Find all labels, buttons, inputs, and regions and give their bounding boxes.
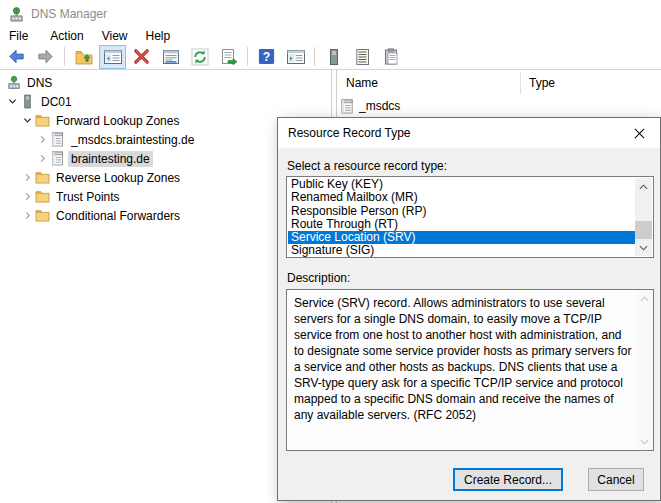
toolbar-separator bbox=[314, 47, 315, 66]
description-text: Service (SRV) record. Allows administrat… bbox=[287, 290, 636, 450]
record-list-icon[interactable] bbox=[349, 45, 376, 69]
description-scrollbar[interactable] bbox=[636, 290, 653, 450]
back-icon[interactable] bbox=[3, 45, 30, 69]
scroll-down-icon[interactable] bbox=[635, 239, 652, 256]
list-row-name: _msdcs bbox=[359, 99, 400, 113]
tree-item-label: Reverse Lookup Zones bbox=[53, 170, 183, 186]
chevron-right-icon[interactable] bbox=[34, 154, 50, 163]
dialog-title: Resource Record Type bbox=[288, 126, 411, 140]
resource-record-type-dialog: Resource Record Type Select a resource r… bbox=[277, 117, 661, 501]
menu-help[interactable]: Help bbox=[137, 28, 180, 44]
zone-icon bbox=[50, 132, 65, 147]
record-type-listbox[interactable]: Public Key (KEY) Renamed Mailbox (MR) Re… bbox=[286, 176, 654, 258]
export-list-icon[interactable] bbox=[215, 45, 242, 69]
description-label: Description: bbox=[287, 271, 350, 285]
window-titlebar: DNS Manager bbox=[0, 0, 661, 28]
server-icon[interactable] bbox=[320, 45, 347, 69]
svg-text:?: ? bbox=[263, 50, 271, 64]
clipboard-icon[interactable] bbox=[378, 45, 405, 69]
menu-file[interactable]: File bbox=[8, 28, 37, 44]
dialog-titlebar: Resource Record Type bbox=[278, 118, 660, 148]
menu-bar: File Action View Help bbox=[0, 28, 661, 44]
record-type-option[interactable]: Route Through (RT) bbox=[288, 218, 635, 231]
description-box: Service (SRV) record. Allows administrat… bbox=[286, 289, 654, 451]
console-tree-toggle-icon[interactable] bbox=[99, 45, 126, 69]
tree-item-dc01[interactable]: DC01 bbox=[0, 92, 331, 111]
tree-item-label: Trust Points bbox=[53, 189, 123, 205]
chevron-right-icon[interactable] bbox=[34, 135, 50, 144]
scroll-down-icon bbox=[636, 433, 653, 450]
create-record-button[interactable]: Create Record... bbox=[453, 468, 563, 491]
properties-icon[interactable] bbox=[157, 45, 184, 69]
dns-root-icon bbox=[6, 75, 21, 90]
window-title: DNS Manager bbox=[31, 7, 107, 21]
tree-item-label: DNS bbox=[24, 75, 55, 91]
chevron-right-icon[interactable] bbox=[19, 211, 35, 220]
tree-item-label: DC01 bbox=[38, 94, 75, 110]
tree-item-label: _msdcs.braintesting.de bbox=[68, 132, 197, 148]
server-icon bbox=[20, 94, 35, 109]
record-type-option[interactable]: Responsible Person (RP) bbox=[288, 205, 635, 218]
folder-icon bbox=[35, 171, 50, 184]
tree-item-dns-root[interactable]: DNS bbox=[0, 73, 331, 92]
toolbar: ? bbox=[0, 44, 661, 70]
zone-folder-icon bbox=[339, 99, 354, 114]
chevron-right-icon[interactable] bbox=[19, 192, 35, 201]
tree-item-label: Forward Lookup Zones bbox=[53, 113, 182, 129]
toolbar-separator bbox=[247, 47, 248, 66]
record-type-option[interactable]: Renamed Mailbox (MR) bbox=[288, 191, 635, 204]
scroll-up-icon[interactable] bbox=[635, 178, 652, 195]
record-type-option-selected[interactable]: Service Location (SRV) bbox=[288, 231, 652, 244]
column-header-name[interactable]: Name bbox=[337, 76, 520, 90]
select-record-type-label: Select a resource record type: bbox=[287, 159, 447, 173]
refresh-icon[interactable] bbox=[186, 45, 213, 69]
record-type-option[interactable]: Signature (SIG) bbox=[288, 244, 635, 257]
list-row-msdcs[interactable]: _msdcs bbox=[337, 96, 661, 116]
folder-icon bbox=[35, 114, 50, 127]
menu-action[interactable]: Action bbox=[41, 28, 92, 44]
menu-view[interactable]: View bbox=[93, 28, 137, 44]
tree-item-label: Conditional Forwarders bbox=[53, 208, 183, 224]
chevron-down-icon[interactable] bbox=[19, 116, 35, 125]
scrollbar-thumb[interactable] bbox=[635, 221, 652, 239]
toolbar-separator bbox=[64, 47, 65, 66]
chevron-down-icon[interactable] bbox=[4, 97, 20, 106]
tree-item-label-selected: braintesting.de bbox=[68, 151, 153, 167]
listbox-scrollbar[interactable] bbox=[635, 178, 652, 256]
zone-icon bbox=[50, 151, 65, 166]
record-type-option[interactable]: Public Key (KEY) bbox=[288, 178, 635, 191]
delete-icon[interactable] bbox=[128, 45, 155, 69]
folder-icon bbox=[35, 209, 50, 222]
column-header-type[interactable]: Type bbox=[521, 76, 555, 90]
list-header: Name Type bbox=[337, 70, 661, 96]
folder-icon bbox=[35, 190, 50, 203]
action-pane-toggle-icon[interactable] bbox=[282, 45, 309, 69]
chevron-right-icon[interactable] bbox=[19, 173, 35, 182]
help-icon[interactable]: ? bbox=[253, 45, 280, 69]
cancel-button[interactable]: Cancel bbox=[588, 468, 644, 491]
forward-icon[interactable] bbox=[32, 45, 59, 69]
up-one-level-icon[interactable] bbox=[70, 45, 97, 69]
dns-manager-app-icon bbox=[9, 7, 24, 22]
close-icon[interactable] bbox=[627, 121, 651, 145]
scroll-up-icon bbox=[636, 290, 653, 307]
